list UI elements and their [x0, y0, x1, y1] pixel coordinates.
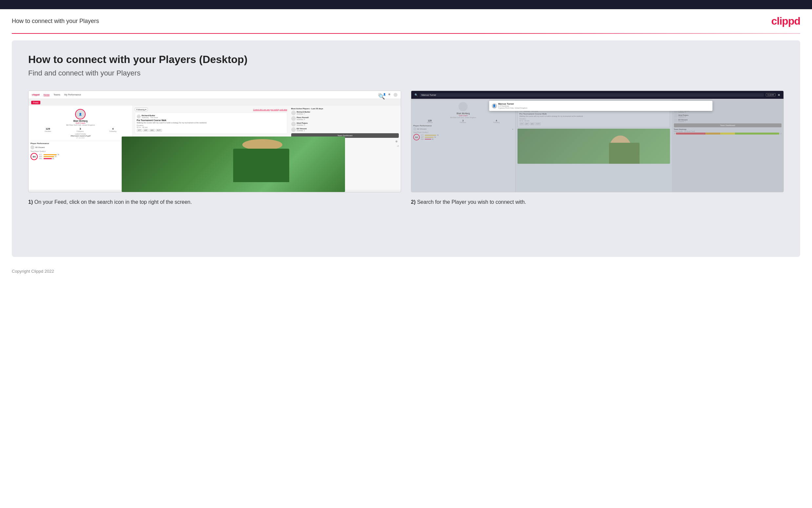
ap-avatar-piers-1: [291, 116, 296, 121]
activity-avatar-1: [137, 115, 141, 119]
ap-avatar-hiral-1: [291, 122, 296, 126]
user-icon-1[interactable]: 👤: [383, 93, 386, 96]
caption-text-1: On your Feed, click on the search icon i…: [35, 199, 192, 205]
player-perf-title-1: Player Performance: [31, 142, 131, 144]
settings-icon-1[interactable]: ⚙: [388, 93, 392, 96]
sr-info-container-2: Marcus Turner 1-5 Handicap Cypress Point…: [498, 103, 527, 109]
heatmap-max-1: +5: [397, 145, 399, 147]
app-screenshot-2: 🔍 Marcus Turner CLEAR ✕ 👤 Marcus Turner …: [411, 91, 783, 192]
search-result-dropdown-2: 👤 Marcus Turner 1-5 Handicap Cypress Poi…: [489, 101, 712, 111]
player-row-piers-1: Piers Parnell Activities: 4: [291, 116, 399, 121]
top-bar: [0, 0, 812, 9]
ap-activities-piers-1: Activities: 4: [297, 119, 308, 120]
activity-desc-1: Walking the course with my coach to buil…: [137, 122, 285, 124]
stat-following-1: 4 Following: [109, 127, 116, 132]
ap-activities-eli-1: Activities: 1: [297, 130, 307, 132]
footer: Copyright Clippd 2022: [0, 263, 812, 279]
clear-button-2[interactable]: CLEAR: [766, 93, 776, 96]
activity-duration-value-1: 02 hr : 00 min: [137, 126, 285, 128]
quality-score-1: Total Player Quality ℹ 84 OTT 79: [31, 150, 131, 160]
ap-activities-hiral-1: Activities: 3: [297, 124, 307, 126]
golfer-body-1: [233, 149, 289, 182]
nav-teams-1[interactable]: Teams: [53, 93, 60, 96]
golf-image-1: [133, 136, 289, 190]
caption-number-1: 1): [28, 199, 33, 205]
bar-fill-ott-1: [44, 154, 57, 155]
activity-title-1: Pre Tournament Course Walk: [137, 119, 285, 121]
stat-label-followers-1: Followers: [77, 130, 84, 132]
main-subheading: Find and connect with your Players: [28, 69, 784, 78]
panel-caption-1: 1) On your Feed, click on the search ico…: [28, 198, 401, 206]
player-row-richard-1: Richard Butler Activities: 7: [291, 111, 399, 115]
bar-fill-arg-1: [44, 158, 52, 159]
avatar-icon-1[interactable]: [393, 93, 397, 97]
screenshot-1: clippd Home Teams My Performance 🔍 👤 ⚙ F…: [28, 91, 401, 192]
app-body-1: 👤 Blair McHarg Golf Coach Mill Ride Golf…: [29, 106, 401, 190]
feed-tab-1[interactable]: Feed: [31, 101, 40, 104]
bar-fill-app-1: [44, 156, 54, 157]
ap-avatar-richard-1: [291, 111, 296, 115]
stat-num-followers-1: 3: [77, 127, 84, 130]
profile-stats-1: 129 Activities 3 Followers 4: [32, 127, 129, 132]
screenshot-2: 🔍 Marcus Turner CLEAR ✕ 👤 Marcus Turner …: [411, 91, 784, 192]
ap-info-richard-1: Richard Butler Activities: 7: [297, 111, 310, 115]
app-left-1: 👤 Blair McHarg Golf Coach Mill Ride Golf…: [29, 106, 133, 190]
player-row-hiral-1: Hiral Pujara Activities: 3: [291, 122, 399, 126]
bar-arg-1: ARG 61: [39, 158, 59, 160]
ap-info-hiral-1: Hiral Pujara Activities: 3: [297, 122, 307, 126]
control-link-1[interactable]: Control who can see your activity and da…: [253, 109, 287, 111]
page-title: How to connect with your Players: [12, 18, 99, 25]
nav-myperf-1[interactable]: My Performance: [64, 93, 81, 96]
activity-header-1: Richard Butler Yesterday · The Grove: [137, 115, 285, 119]
player-name-sm-1: Eli Vincent: [36, 146, 45, 148]
bg-middle-2: Following ▾ Control who can see your act…: [516, 100, 672, 192]
tag-ott-1: OTT: [137, 129, 142, 132]
bar-ott-1: OTT 79: [39, 154, 59, 156]
profile-name-1: Blair McHarg: [32, 120, 129, 122]
stat-num-activities-1: 129: [45, 127, 51, 130]
copyright: Copyright Clippd 2022: [12, 269, 54, 274]
panel-1: clippd Home Teams My Performance 🔍 👤 ⚙ F…: [28, 91, 401, 206]
player-select-1[interactable]: Eli Vincent ▾: [31, 145, 131, 149]
tag-app-1: APP: [143, 129, 149, 132]
header: How to connect with your Players clippd: [0, 9, 812, 33]
sr-name-2: Marcus Turner: [498, 103, 527, 105]
ap-info-piers-1: Piers Parnell Activities: 4: [297, 117, 308, 120]
header-divider: [12, 33, 800, 34]
bar-app-1: APP 70: [39, 156, 59, 158]
search-input-2[interactable]: Marcus Turner: [420, 93, 764, 97]
stat-num-following-1: 4: [109, 127, 116, 130]
nav-home-1[interactable]: Home: [44, 93, 50, 96]
app-screenshot-1: clippd Home Teams My Performance 🔍 👤 ⚙ F…: [29, 91, 401, 192]
avatar-ring-1: [75, 109, 86, 120]
bg-app-dim-2: Blair McHarg Golf Coach Mill Ride Golf C…: [411, 100, 783, 192]
search-icon-2: 🔍: [415, 93, 418, 96]
player-performance-1: Player Performance Eli Vincent ▾ Total P…: [31, 142, 131, 160]
stat-followers-1: 3 Followers: [77, 127, 84, 132]
following-button-1[interactable]: Following ▾: [135, 108, 148, 111]
tag-putt-1: PUTT: [156, 129, 162, 132]
ap-activities-richard-1: Activities: 7: [297, 113, 310, 115]
quality-bars-1: OTT 79 APP 70: [39, 154, 59, 160]
sr-club-2: Cypress Point Club, United Kingdom: [498, 107, 527, 109]
stat-activities-1: 129 Activities: [45, 127, 51, 132]
bg-left-2: Blair McHarg Golf Coach Mill Ride Golf C…: [411, 100, 516, 192]
search-bar-overlay-2: 🔍 Marcus Turner CLEAR ✕: [411, 91, 783, 99]
app-logo-1: clippd: [32, 93, 40, 96]
main-content: How to connect with your Players (Deskto…: [12, 40, 800, 257]
bg-right-2: Most Active Players - Last 30 days Richa…: [672, 100, 784, 192]
search-result-item-2[interactable]: 👤 Marcus Turner 1-5 Handicap Cypress Poi…: [491, 103, 710, 109]
nav-icons-1: 🔍 👤 ⚙: [378, 93, 397, 97]
profile-card-1: 👤 Blair McHarg Golf Coach Mill Ride Golf…: [31, 108, 131, 141]
sr-avatar-2: 👤: [491, 103, 497, 109]
main-heading: How to connect with your Players (Deskto…: [28, 53, 784, 66]
caption-number-2: 2): [411, 199, 416, 205]
close-search-button-2[interactable]: ✕: [777, 93, 780, 97]
caption-text-2: Search for the Player you wish to connec…: [417, 199, 526, 205]
score-row-1: 84 OTT 79 APP: [31, 153, 131, 160]
search-icon-1[interactable]: 🔍: [378, 93, 381, 96]
profile-club-1: Mill Ride Golf Club, United Kingdom: [32, 124, 129, 126]
active-players-title-1: Most Active Players - Last 30 days: [291, 108, 399, 110]
clippd-logo: clippd: [771, 15, 800, 27]
profile-avatar-1: 👤: [76, 110, 85, 119]
